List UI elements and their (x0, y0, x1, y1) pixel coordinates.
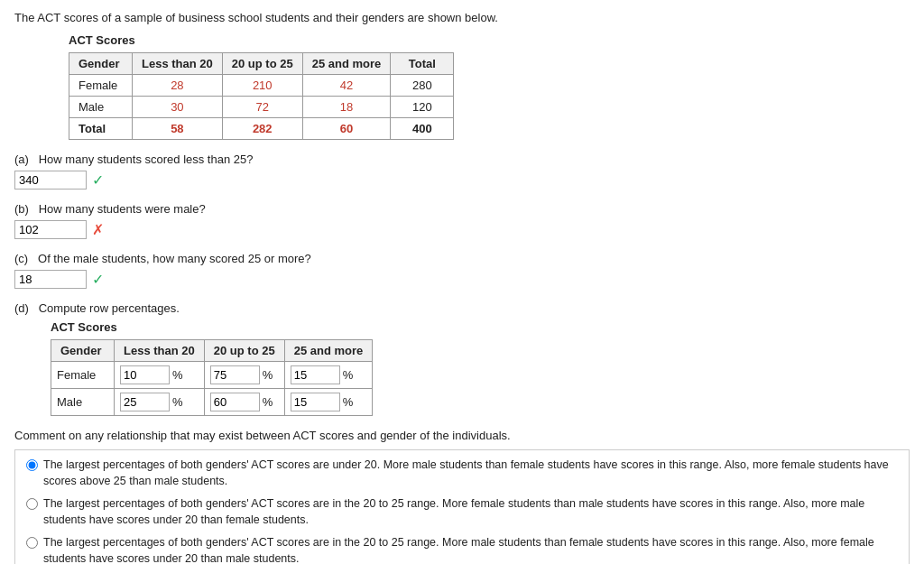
cell-total-gender: Total (69, 118, 133, 140)
pct-male-mid-sign: % (263, 395, 273, 409)
pct-row-female: Female % % (51, 362, 373, 389)
table2-title: ACT Scores (51, 320, 910, 334)
radio-opt3[interactable] (26, 537, 38, 549)
col-gte25: 25 and more (302, 53, 391, 75)
col-mid: 20 up to 25 (222, 53, 302, 75)
pct-male-gte25-input[interactable] (291, 393, 340, 411)
pct-female-gte25-input[interactable] (291, 365, 340, 384)
comment-label: Comment on any relationship that may exi… (14, 429, 910, 442)
table-row-total: Total 58 282 60 400 (69, 118, 454, 140)
qa-a-correct-icon: ✓ (92, 171, 104, 189)
pct-female-lt20-sign: % (172, 368, 183, 382)
pct-female-gte25-cell: % (284, 362, 373, 389)
pct-col-gender: Gender (51, 340, 115, 362)
d-question: Compute row percentages. (39, 301, 180, 315)
question-b: (b) How many students were male? ✗ (14, 202, 910, 239)
qa-a-question: How many students scored less than 25? (39, 153, 254, 166)
pct-male-gender: Male (51, 389, 115, 416)
pct-male-mid-cell: % (204, 389, 284, 416)
cell-female-lt20: 28 (133, 75, 223, 97)
pct-male-lt20-input[interactable] (120, 393, 170, 411)
pct-female-mid-cell: % (204, 362, 284, 389)
qa-b-incorrect-icon: ✗ (92, 221, 104, 238)
pct-row-male: Male % % (51, 389, 373, 416)
pct-female-mid-input[interactable] (210, 365, 260, 384)
row-pct-table: Gender Less than 20 20 up to 25 25 and m… (51, 339, 373, 416)
cell-female-mid: 210 (222, 75, 302, 97)
intro-text: The ACT scores of a sample of business s… (14, 11, 910, 24)
pct-male-gte25-sign: % (343, 395, 354, 409)
pct-male-gte25-cell: % (284, 389, 373, 416)
option-3-text: The largest percentages of both genders'… (43, 535, 898, 564)
col-gender: Gender (69, 53, 133, 75)
qa-c-question: Of the male students, how many scored 25… (38, 252, 311, 265)
cell-female-gte25: 42 (302, 75, 391, 97)
cell-total-mid: 282 (222, 118, 302, 140)
pct-male-lt20-sign: % (172, 395, 183, 409)
pct-female-gte25-sign: % (343, 368, 354, 382)
option-2: The largest percentages of both genders'… (26, 496, 898, 528)
pct-col-lt20: Less than 20 (115, 340, 205, 362)
cell-male-total: 120 (391, 97, 454, 118)
qa-b-label: (b) (14, 202, 29, 216)
pct-male-mid-input[interactable] (210, 393, 260, 411)
col-lt20: Less than 20 (133, 53, 223, 75)
option-1-text: The largest percentages of both genders'… (43, 458, 898, 489)
table-row: Male 30 72 18 120 (69, 97, 454, 118)
pct-female-mid-sign: % (263, 368, 273, 382)
pct-col-gte25: 25 and more (284, 340, 373, 362)
qa-a-input[interactable] (14, 171, 87, 190)
cell-total-total: 400 (391, 118, 454, 140)
table-row: Female 28 210 42 280 (69, 75, 454, 97)
cell-female-gender: Female (69, 75, 133, 97)
cell-male-gender: Male (69, 97, 133, 118)
pct-female-lt20-input[interactable] (120, 365, 170, 384)
cell-male-mid: 72 (222, 97, 302, 118)
qa-a-label: (a) (14, 153, 29, 166)
pct-female-lt20-cell: % (115, 362, 205, 389)
cell-male-gte25: 18 (302, 97, 391, 118)
qa-b-question: How many students were male? (39, 202, 206, 216)
pct-male-lt20-cell: % (115, 389, 205, 416)
qa-b-input[interactable] (14, 220, 87, 239)
pct-col-mid: 20 up to 25 (204, 340, 284, 362)
option-3: The largest percentages of both genders'… (26, 535, 898, 564)
cell-total-lt20: 58 (133, 118, 223, 140)
question-d: (d) Compute row percentages. ACT Scores … (14, 301, 910, 416)
qa-c-correct-icon: ✓ (92, 271, 104, 288)
option-2-text: The largest percentages of both genders'… (43, 496, 898, 528)
cell-male-lt20: 30 (133, 97, 223, 118)
question-c: (c) Of the male students, how many score… (14, 252, 910, 289)
table1-title: ACT Scores (69, 33, 910, 47)
option-1: The largest percentages of both genders'… (26, 458, 898, 489)
qa-c-label: (c) (14, 252, 28, 265)
pct-female-gender: Female (51, 362, 115, 389)
col-total: Total (391, 53, 454, 75)
options-container: The largest percentages of both genders'… (14, 449, 910, 564)
d-label: (d) (14, 301, 29, 315)
comment-section: Comment on any relationship that may exi… (14, 429, 910, 564)
qa-c-input[interactable] (14, 270, 87, 289)
cell-female-total: 280 (391, 75, 454, 97)
act-scores-table: Gender Less than 20 20 up to 25 25 and m… (69, 52, 454, 140)
cell-total-gte25: 60 (302, 118, 391, 140)
radio-opt1[interactable] (26, 459, 38, 471)
question-a: (a) How many students scored less than 2… (14, 153, 910, 190)
radio-opt2[interactable] (26, 498, 38, 510)
